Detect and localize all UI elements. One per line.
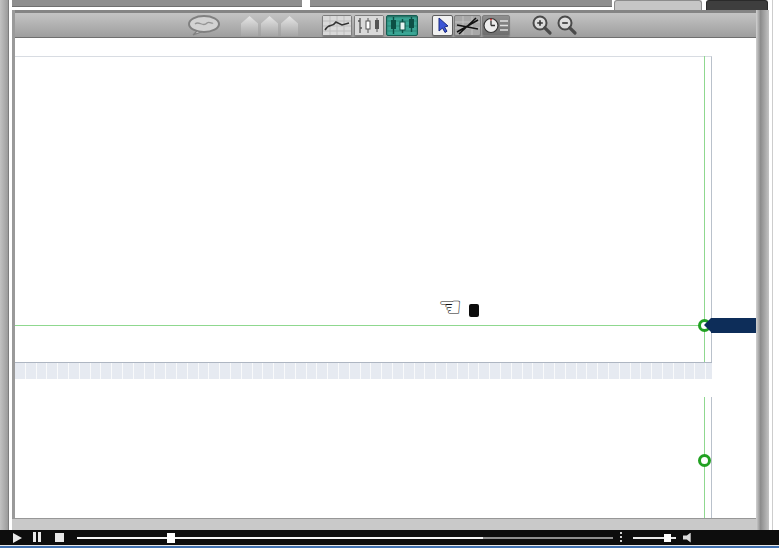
player-divider-dots: [620, 532, 622, 544]
stop-button[interactable]: [55, 533, 64, 542]
browser-left-edge: [0, 0, 9, 530]
widget-frame: [12, 10, 15, 530]
play-button[interactable]: [13, 533, 22, 543]
browser-top-strip: [12, 0, 302, 7]
widget-frame: [12, 518, 756, 530]
page: ☜: [0, 0, 779, 548]
crosshair-horizontal: [14, 325, 712, 326]
candlestick-chart-button[interactable]: [386, 15, 418, 36]
weekly-button[interactable]: [261, 16, 278, 36]
daily-label: [281, 16, 298, 23]
price-series-swatch: [93, 41, 112, 49]
tab-charts[interactable]: [614, 0, 702, 10]
browser-top-strip: [310, 0, 612, 7]
thought-bubble-icon[interactable]: [187, 15, 223, 36]
monthly-label: [241, 16, 258, 23]
divergence-swatch: [211, 382, 227, 390]
price-chart-plot[interactable]: [14, 56, 712, 362]
page-right-rule: [772, 0, 773, 530]
speaker-icon[interactable]: [683, 533, 694, 543]
weekly-label: [261, 16, 278, 23]
pause-button[interactable]: [33, 532, 42, 542]
ohlc-bars-button[interactable]: [354, 15, 384, 36]
price-y-axis: [713, 56, 755, 362]
time-x-axis: [14, 362, 712, 379]
macd-swatch: [17, 382, 33, 390]
seek-track-remaining[interactable]: [483, 537, 613, 539]
daily-button[interactable]: [281, 16, 298, 36]
clock-tool-button[interactable]: [482, 15, 510, 36]
tab-table[interactable]: [706, 0, 768, 10]
widget-frame: [12, 10, 768, 13]
hand-cursor-icon: ☜: [438, 293, 462, 320]
line-chart-button[interactable]: [322, 15, 352, 36]
quote-bar: [15, 38, 756, 56]
monthly-button[interactable]: [241, 16, 258, 36]
macd-y-axis: [713, 397, 755, 518]
volume-handle[interactable]: [664, 534, 671, 542]
seek-track-loaded[interactable]: [77, 537, 483, 539]
macd-last-marker: [698, 454, 711, 467]
video-player-bar: [0, 530, 779, 545]
macd-legend-bar: [14, 379, 712, 397]
trendline-tool-button[interactable]: [454, 15, 481, 36]
zoom-out-icon[interactable]: [556, 15, 579, 37]
crosshair-vertical: [704, 56, 705, 362]
chart-toolbar: [15, 13, 756, 38]
signal-swatch: [118, 382, 134, 390]
hand-cursor-box: [469, 304, 479, 317]
zoom-in-icon[interactable]: [531, 15, 554, 37]
seek-handle[interactable]: [167, 533, 175, 543]
pointer-tool-button[interactable]: [432, 15, 453, 36]
macd-plot[interactable]: [14, 397, 712, 518]
widget-frame: [756, 10, 769, 530]
